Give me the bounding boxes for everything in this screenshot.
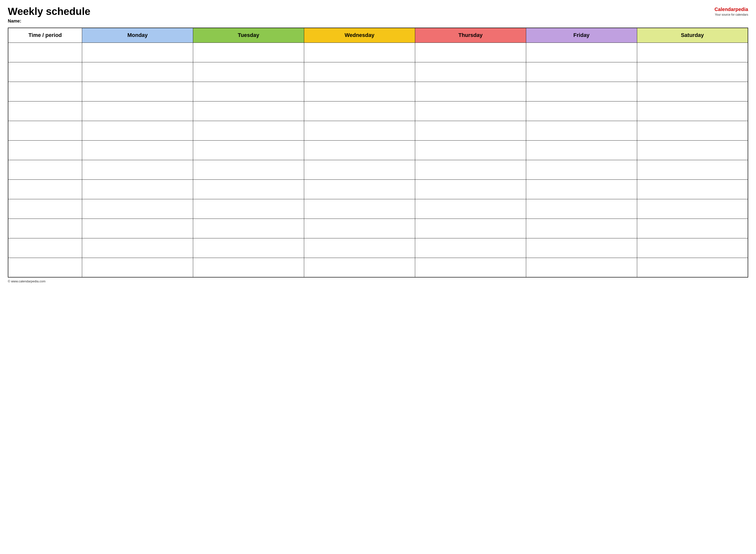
- time-cell[interactable]: [8, 62, 82, 81]
- schedule-cell[interactable]: [193, 258, 304, 277]
- time-cell[interactable]: [8, 238, 82, 258]
- schedule-cell[interactable]: [304, 219, 415, 238]
- schedule-cell[interactable]: [637, 199, 748, 219]
- schedule-cell[interactable]: [304, 62, 415, 81]
- schedule-cell[interactable]: [637, 62, 748, 81]
- schedule-cell[interactable]: [637, 43, 748, 62]
- schedule-cell[interactable]: [193, 43, 304, 62]
- schedule-cell[interactable]: [526, 43, 637, 62]
- schedule-cell[interactable]: [637, 238, 748, 258]
- schedule-cell[interactable]: [526, 258, 637, 277]
- schedule-cell[interactable]: [82, 258, 193, 277]
- schedule-cell[interactable]: [193, 160, 304, 179]
- schedule-cell[interactable]: [415, 199, 526, 219]
- schedule-cell[interactable]: [526, 140, 637, 160]
- table-row: [8, 219, 748, 238]
- table-row: [8, 238, 748, 258]
- schedule-cell[interactable]: [526, 62, 637, 81]
- schedule-cell[interactable]: [637, 219, 748, 238]
- time-cell[interactable]: [8, 199, 82, 219]
- schedule-cell[interactable]: [526, 101, 637, 121]
- schedule-cell[interactable]: [526, 238, 637, 258]
- schedule-cell[interactable]: [193, 101, 304, 121]
- schedule-cell[interactable]: [193, 140, 304, 160]
- header-monday: Monday: [82, 28, 193, 43]
- schedule-cell[interactable]: [82, 101, 193, 121]
- header-friday: Friday: [526, 28, 637, 43]
- schedule-cell[interactable]: [415, 43, 526, 62]
- schedule-cell[interactable]: [637, 258, 748, 277]
- schedule-cell[interactable]: [193, 81, 304, 101]
- header-wednesday: Wednesday: [304, 28, 415, 43]
- schedule-cell[interactable]: [415, 219, 526, 238]
- schedule-cell[interactable]: [193, 179, 304, 199]
- schedule-cell[interactable]: [193, 219, 304, 238]
- schedule-cell[interactable]: [637, 81, 748, 101]
- schedule-cell[interactable]: [304, 140, 415, 160]
- table-row: [8, 81, 748, 101]
- schedule-cell[interactable]: [637, 160, 748, 179]
- schedule-cell[interactable]: [304, 238, 415, 258]
- time-cell[interactable]: [8, 43, 82, 62]
- logo-black-text: Calendar: [714, 7, 736, 12]
- schedule-cell[interactable]: [82, 43, 193, 62]
- schedule-cell[interactable]: [526, 81, 637, 101]
- schedule-cell[interactable]: [637, 140, 748, 160]
- table-row: [8, 258, 748, 277]
- schedule-cell[interactable]: [304, 199, 415, 219]
- schedule-cell[interactable]: [415, 238, 526, 258]
- time-cell[interactable]: [8, 140, 82, 160]
- schedule-cell[interactable]: [304, 121, 415, 140]
- schedule-cell[interactable]: [637, 179, 748, 199]
- schedule-cell[interactable]: [193, 62, 304, 81]
- schedule-cell[interactable]: [304, 101, 415, 121]
- schedule-cell[interactable]: [82, 160, 193, 179]
- schedule-cell[interactable]: [304, 81, 415, 101]
- schedule-cell[interactable]: [304, 43, 415, 62]
- schedule-cell[interactable]: [526, 179, 637, 199]
- time-cell[interactable]: [8, 258, 82, 277]
- header-tuesday: Tuesday: [193, 28, 304, 43]
- schedule-cell[interactable]: [304, 258, 415, 277]
- table-row: [8, 43, 748, 62]
- schedule-cell[interactable]: [415, 258, 526, 277]
- time-cell[interactable]: [8, 101, 82, 121]
- schedule-cell[interactable]: [193, 238, 304, 258]
- schedule-cell[interactable]: [304, 179, 415, 199]
- schedule-cell[interactable]: [193, 199, 304, 219]
- schedule-cell[interactable]: [637, 121, 748, 140]
- time-cell[interactable]: [8, 121, 82, 140]
- table-row: [8, 121, 748, 140]
- schedule-cell[interactable]: [82, 140, 193, 160]
- time-cell[interactable]: [8, 219, 82, 238]
- schedule-cell[interactable]: [193, 121, 304, 140]
- schedule-cell[interactable]: [82, 219, 193, 238]
- schedule-cell[interactable]: [415, 140, 526, 160]
- schedule-cell[interactable]: [82, 121, 193, 140]
- schedule-cell[interactable]: [304, 160, 415, 179]
- schedule-cell[interactable]: [637, 101, 748, 121]
- schedule-cell[interactable]: [82, 81, 193, 101]
- logo-red-text: pedia: [736, 7, 748, 12]
- schedule-cell[interactable]: [526, 160, 637, 179]
- schedule-cell[interactable]: [526, 219, 637, 238]
- logo-block: Calendarpedia Your source for calendars: [714, 6, 748, 17]
- schedule-cell[interactable]: [82, 179, 193, 199]
- title-block: Weekly schedule Name:: [8, 6, 91, 24]
- schedule-cell[interactable]: [82, 62, 193, 81]
- page-header: Weekly schedule Name: Calendarpedia Your…: [8, 6, 748, 24]
- time-cell[interactable]: [8, 179, 82, 199]
- schedule-cell[interactable]: [526, 121, 637, 140]
- time-cell[interactable]: [8, 160, 82, 179]
- time-cell[interactable]: [8, 81, 82, 101]
- header-time: Time / period: [8, 28, 82, 43]
- schedule-cell[interactable]: [82, 199, 193, 219]
- schedule-cell[interactable]: [415, 62, 526, 81]
- schedule-cell[interactable]: [415, 81, 526, 101]
- schedule-cell[interactable]: [415, 101, 526, 121]
- schedule-cell[interactable]: [415, 121, 526, 140]
- schedule-cell[interactable]: [82, 238, 193, 258]
- schedule-cell[interactable]: [526, 199, 637, 219]
- schedule-cell[interactable]: [415, 160, 526, 179]
- schedule-cell[interactable]: [415, 179, 526, 199]
